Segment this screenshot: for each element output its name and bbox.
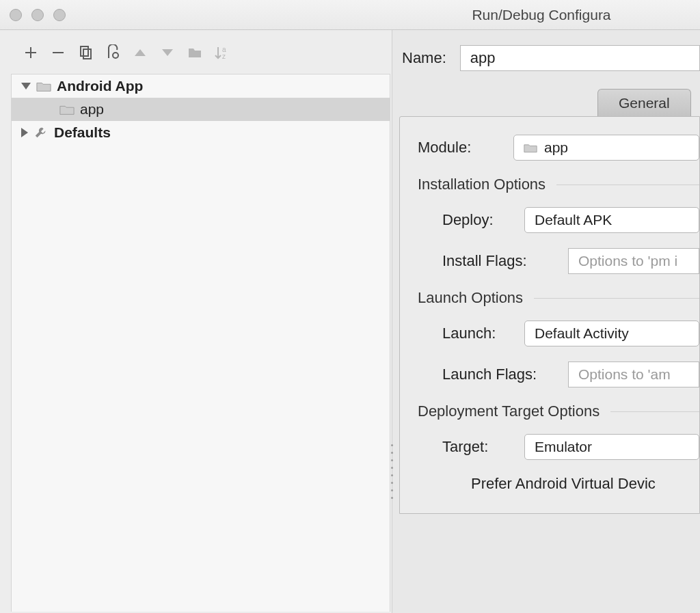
svg-rect-3 xyxy=(81,46,88,56)
configurations-sidebar: az Android App app xyxy=(0,30,392,613)
module-value: app xyxy=(544,139,568,156)
installation-options-heading: Installation Options xyxy=(418,176,546,193)
deploy-value: Default APK xyxy=(535,212,612,228)
sort-alpha-button[interactable]: az xyxy=(211,41,234,64)
module-folder-icon xyxy=(59,103,75,115)
svg-point-5 xyxy=(113,53,118,58)
module-folder-icon xyxy=(524,142,537,153)
launch-options-heading: Launch Options xyxy=(418,289,523,307)
chevron-right-icon xyxy=(21,128,28,137)
config-tree: Android App app Defaults xyxy=(11,74,390,612)
deploy-dropdown[interactable]: Default APK xyxy=(524,207,699,233)
name-label: Name: xyxy=(402,49,446,67)
edit-defaults-button[interactable] xyxy=(101,41,124,64)
target-value: Emulator xyxy=(535,439,592,455)
install-flags-input[interactable] xyxy=(568,248,699,274)
traffic-lights xyxy=(10,9,66,21)
config-form: Name: General Module: app Installation O… xyxy=(392,30,700,613)
minimize-window-button[interactable] xyxy=(31,9,44,21)
target-label: Target: xyxy=(442,438,511,456)
module-label: Module: xyxy=(418,139,500,156)
svg-marker-6 xyxy=(135,49,146,56)
deployment-target-heading: Deployment Target Options xyxy=(418,403,600,420)
svg-text:z: z xyxy=(222,53,226,60)
tab-general[interactable]: General xyxy=(597,89,691,116)
module-dropdown[interactable]: app xyxy=(513,135,699,161)
main-area: az Android App app xyxy=(0,30,700,613)
divider xyxy=(534,298,699,299)
launch-label: Launch: xyxy=(442,325,511,342)
folder-button[interactable] xyxy=(183,41,206,64)
general-tab-panel: Module: app Installation Options Deploy:… xyxy=(399,116,700,514)
target-dropdown[interactable]: Emulator xyxy=(524,434,699,460)
launch-dropdown[interactable]: Default Activity xyxy=(524,321,699,346)
chevron-down-icon xyxy=(21,83,31,90)
move-down-button[interactable] xyxy=(156,41,179,64)
install-flags-label: Install Flags: xyxy=(442,252,554,270)
wrench-icon xyxy=(33,126,49,139)
tab-label: General xyxy=(619,95,670,111)
move-up-button[interactable] xyxy=(129,41,152,64)
name-input[interactable] xyxy=(460,45,700,71)
svg-rect-4 xyxy=(83,49,91,59)
launch-flags-label: Launch Flags: xyxy=(442,366,554,383)
window-title: Run/Debug Configura xyxy=(0,7,700,23)
copy-config-button[interactable] xyxy=(74,41,97,64)
launch-value: Default Activity xyxy=(535,325,629,342)
tree-group-android-app[interactable]: Android App xyxy=(12,74,390,98)
deploy-label: Deploy: xyxy=(442,211,511,229)
tab-strip: General xyxy=(392,89,700,116)
divider xyxy=(610,411,699,412)
add-config-button[interactable] xyxy=(19,41,42,64)
prefer-avd-label: Prefer Android Virtual Devic xyxy=(471,475,656,492)
divider xyxy=(556,185,699,185)
svg-marker-7 xyxy=(162,49,173,56)
tree-group-label: Android App xyxy=(57,78,143,94)
splitter-grip-icon[interactable] xyxy=(391,444,395,499)
titlebar: Run/Debug Configura xyxy=(0,0,700,30)
close-window-button[interactable] xyxy=(10,9,22,21)
tree-group-label: Defaults xyxy=(54,124,111,141)
tree-item-app[interactable]: app xyxy=(12,98,390,121)
sidebar-toolbar: az xyxy=(0,37,392,74)
zoom-window-button[interactable] xyxy=(53,9,66,21)
tree-item-label: app xyxy=(80,101,104,118)
android-folder-icon xyxy=(36,80,51,92)
tree-group-defaults[interactable]: Defaults xyxy=(12,121,390,144)
remove-config-button[interactable] xyxy=(46,41,70,64)
launch-flags-input[interactable] xyxy=(568,362,699,387)
